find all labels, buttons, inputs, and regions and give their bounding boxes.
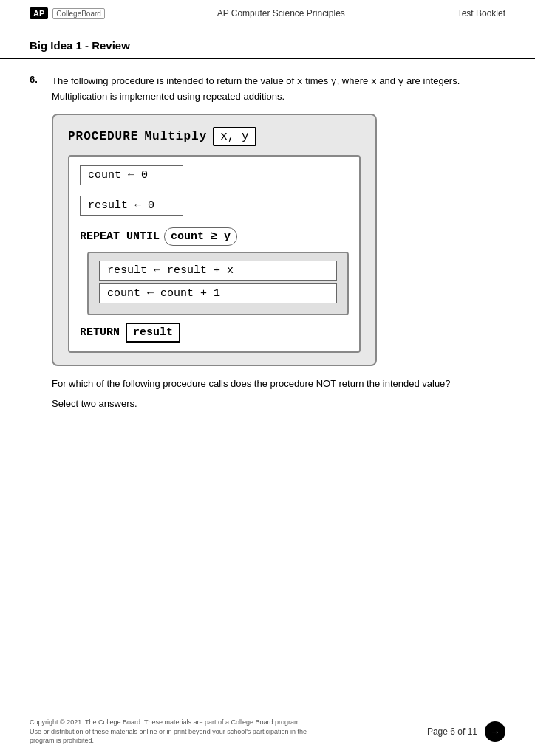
procedure-name: Multiply [144, 130, 207, 143]
next-page-button[interactable]: → [485, 721, 505, 742]
section-title-area: Big Idea 1 - Review [0, 27, 535, 59]
return-value: result [126, 323, 180, 343]
page-number: Page 6 of 11 [427, 726, 477, 737]
copyright-text: Copyright © 2021. The College Board. The… [30, 718, 310, 746]
followup-question: For which of the following procedure cal… [52, 377, 460, 392]
page-navigation: Page 6 of 11 → [427, 721, 505, 742]
question-intro-text: The following procedure is intended to r… [52, 74, 460, 103]
return-keyword: RETURN [80, 326, 120, 339]
proc-header-row: PROCEDURE Multiply x, y [68, 127, 361, 146]
question-number: 6. [30, 74, 44, 416]
assign-result-zero: result ← 0 [80, 196, 183, 216]
repeat-until-block: REPEAT UNTIL count ≥ y result ← result +… [80, 227, 349, 315]
header-booklet-label: Test Booklet [457, 8, 505, 18]
repeat-header: REPEAT UNTIL count ≥ y [80, 227, 349, 246]
pseudocode-diagram: PROCEDURE Multiply x, y count ← 0 result… [52, 114, 377, 366]
select-suffix: answers. [96, 398, 137, 409]
question-6: 6. The following procedure is intended t… [30, 74, 505, 416]
return-statement: RETURN result [80, 323, 349, 343]
logo-group: AP CollegeBoard [30, 7, 105, 19]
where-text: , where [337, 75, 371, 86]
section-title: Big Idea 1 - Review [30, 39, 130, 52]
repeat-keyword: REPEAT UNTIL [80, 230, 160, 243]
assign-result-plus-x: result ← result + x [99, 261, 337, 281]
repeat-body: result ← result + x count ← count + 1 [87, 252, 349, 315]
procedure-params: x, y [213, 127, 256, 146]
repeat-condition: count ≥ y [164, 227, 237, 246]
times-text: times [303, 75, 331, 86]
suffix-text: are integers. [403, 75, 460, 86]
intro-text: The following procedure is intended to r… [52, 75, 297, 86]
header-course-title: AP Computer Science Principles [217, 8, 345, 18]
assign-count-plus-1: count ← count + 1 [99, 284, 337, 303]
var-y1: y [331, 76, 337, 87]
select-answers-text: Select two answers. [52, 396, 460, 412]
main-content: 6. The following procedure is intended t… [0, 59, 535, 443]
procedure-keyword: PROCEDURE [68, 130, 138, 143]
select-two: two [81, 398, 96, 409]
page-footer: Copyright © 2021. The College Board. The… [0, 707, 535, 756]
and-text: and [377, 75, 398, 86]
procedure-body: count ← 0 result ← 0 REPEAT UNTIL count … [68, 155, 361, 353]
line2-text: Multiplication is implemented using repe… [52, 91, 284, 102]
page-header: AP CollegeBoard AP Computer Science Prin… [0, 0, 535, 27]
assign-count-zero: count ← 0 [80, 165, 183, 185]
var-x2: x [371, 76, 377, 87]
var-x1: x [297, 76, 303, 87]
collegeboard-logo: CollegeBoard [52, 8, 105, 19]
select-prefix: Select [52, 398, 81, 409]
ap-logo: AP [30, 7, 48, 19]
